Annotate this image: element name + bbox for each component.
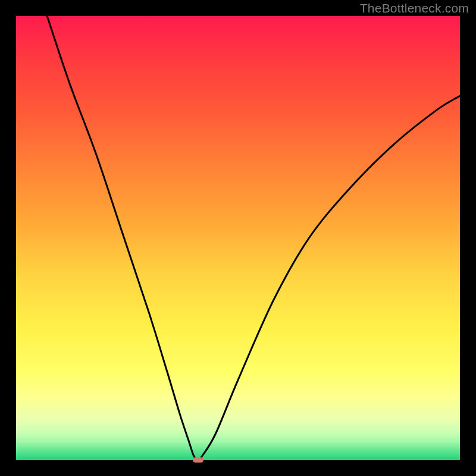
chart-frame: TheBottleneck.com bbox=[0, 0, 476, 476]
optimal-point-marker bbox=[193, 458, 203, 463]
watermark-text: TheBottleneck.com bbox=[360, 1, 469, 15]
bottleneck-curve bbox=[16, 16, 460, 460]
plot-area bbox=[16, 16, 460, 460]
